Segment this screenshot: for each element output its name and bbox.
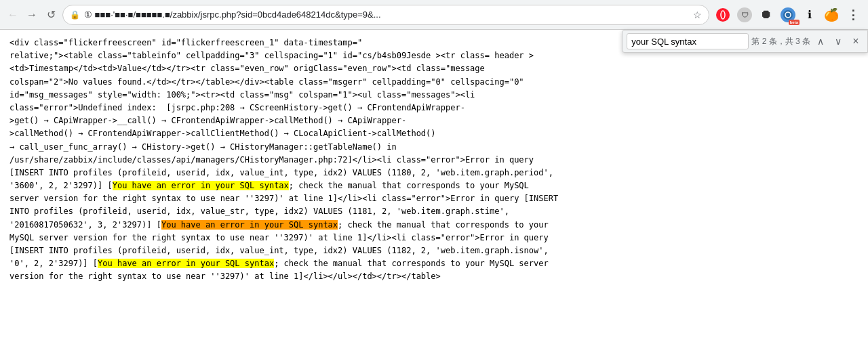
record-symbol: ⏺: [760, 7, 772, 22]
page-content: <div class="flickerfreescreen" id="flick…: [0, 30, 868, 344]
reload-button[interactable]: ↺: [43, 7, 58, 22]
content-text-before-highlight1: <div class="flickerfreescreen" id="flick…: [9, 38, 553, 190]
address-bar[interactable]: 🔒 ① ■■■·'■■·■/■■■■■.■/zabbix/jsrpc.php?s…: [62, 5, 709, 25]
find-prev-button[interactable]: ∧: [813, 34, 828, 49]
browser-toolbar: ← → ↺ 🔒 ① ■■■·'■■·■/■■■■■.■/zabbix/jsrpc…: [0, 0, 868, 30]
record-icon[interactable]: ⏺: [757, 5, 776, 24]
find-bar: 第 2 条，共 3 条 ∧ ∨ ×: [622, 30, 868, 53]
back-button[interactable]: ←: [5, 7, 20, 22]
info-symbol: ℹ: [808, 8, 812, 21]
opera-icon[interactable]: [713, 5, 732, 24]
forward-button[interactable]: →: [24, 7, 39, 22]
shield-icon: 🛡: [737, 7, 752, 22]
more-menu-button[interactable]: ⋮: [844, 5, 863, 24]
highlight-sql-error-2: You have an error in your SQL syntax: [161, 220, 338, 230]
svg-point-2: [783, 10, 793, 20]
find-count: 第 2 条，共 3 条: [751, 36, 810, 47]
find-input[interactable]: [627, 33, 749, 49]
bookmark-icon[interactable]: ☆: [693, 9, 702, 20]
extension-icons: 🛡 ⏺ beta ℹ 🍊 ⋮: [713, 5, 863, 24]
svg-point-0: [719, 11, 727, 19]
extension1-icon[interactable]: 🛡: [735, 5, 754, 24]
avatar-icon[interactable]: 🍊: [822, 5, 841, 24]
find-close-button[interactable]: ×: [848, 34, 863, 49]
user-avatar: 🍊: [824, 7, 839, 22]
highlight-sql-error-1: You have an error in your SQL syntax: [113, 181, 289, 190]
find-next-button[interactable]: ∨: [831, 34, 846, 49]
url-text: ① ■■■·'■■·■/■■■■■.■/zabbix/jsrpc.php?sid…: [84, 9, 689, 20]
more-dots-icon: ⋮: [847, 7, 859, 22]
security-icon: 🔒: [70, 10, 80, 20]
opera-logo: [716, 8, 730, 22]
beta-icon[interactable]: beta: [778, 5, 797, 24]
info-icon[interactable]: ℹ: [800, 5, 819, 24]
beta-badge: beta: [789, 20, 800, 25]
highlight-sql-error-3: You have an error in your SQL syntax: [98, 259, 274, 268]
